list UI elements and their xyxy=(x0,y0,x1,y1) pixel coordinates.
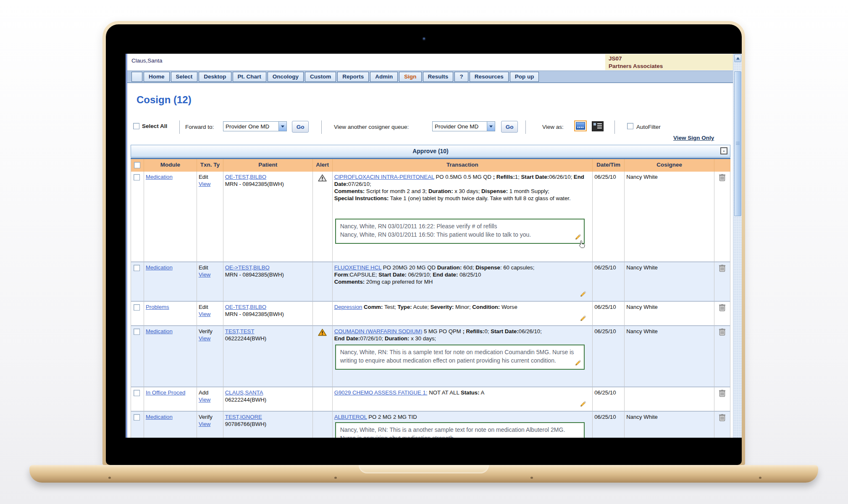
delete-trash-icon[interactable] xyxy=(719,304,725,311)
row-checkbox[interactable] xyxy=(134,414,140,420)
transaction-link[interactable]: ALBUTEROL xyxy=(334,414,367,420)
txn-view-link[interactable]: View xyxy=(199,396,210,403)
table-body: MedicationEditViewOE-TEST,BILBOMRN - 089… xyxy=(131,172,730,438)
transaction-field-label: Start Date: xyxy=(521,174,549,180)
transaction-field-label: End date: xyxy=(433,272,458,278)
module-link[interactable]: In Office Proced xyxy=(146,389,185,396)
view-sign-only-link[interactable]: View Sign Only xyxy=(673,135,714,141)
transaction-link[interactable]: Depression xyxy=(334,304,362,310)
autofilter-checkbox[interactable] xyxy=(627,123,633,129)
patient-link[interactable]: OE-TEST,BILBO xyxy=(225,174,266,180)
tab-pt-chart[interactable]: Pt. Chart xyxy=(233,72,266,82)
delete-cell[interactable] xyxy=(714,302,730,325)
patient-link[interactable]: TEST,IGNORE xyxy=(225,414,262,420)
tab-home[interactable]: Home xyxy=(144,72,170,82)
patient-link[interactable]: TEST,TEST xyxy=(225,328,255,334)
txn-view-link[interactable]: View xyxy=(199,335,210,342)
transaction-link[interactable]: CIPROFLOXACIN INTRA-PERITONEAL xyxy=(334,174,434,180)
tab-reports[interactable]: Reports xyxy=(337,72,369,82)
chevron-down-icon[interactable] xyxy=(278,122,286,131)
row-checkbox[interactable] xyxy=(134,329,140,335)
txn-view-link[interactable]: View xyxy=(199,420,210,428)
delete-trash-icon[interactable] xyxy=(719,389,725,397)
delete-cell[interactable] xyxy=(714,262,730,301)
transaction-link[interactable]: FLUOXETINE HCL xyxy=(334,264,381,271)
alert-cell xyxy=(313,326,333,386)
module-link[interactable]: Medication xyxy=(146,264,173,271)
transaction-text: Acute; xyxy=(412,304,431,310)
transaction-text: 06/29/10; xyxy=(407,272,433,278)
txn-view-link[interactable]: View xyxy=(199,311,210,318)
queue-go-button[interactable]: Go xyxy=(501,121,518,133)
tab-admin[interactable]: Admin xyxy=(370,72,398,82)
forward-go-button[interactable]: Go xyxy=(292,121,309,133)
txn-view-link[interactable]: View xyxy=(199,271,210,278)
module-link[interactable]: Medication xyxy=(146,328,173,334)
hand-cursor xyxy=(579,240,585,251)
patient-link[interactable]: CLAUS,SANTA xyxy=(225,389,263,396)
row-checkbox[interactable] xyxy=(134,265,140,271)
detail-view-icon[interactable] xyxy=(592,121,604,131)
row-checkbox[interactable] xyxy=(134,304,140,311)
transaction-cell: CIPROFLOXACIN INTRA-PERITONEAL PO 0.5MG … xyxy=(333,172,593,261)
vertical-scrollbar[interactable] xyxy=(733,54,742,438)
patient-link[interactable]: OE->TEST,BILBO xyxy=(225,264,270,271)
patient-link[interactable]: OE-TEST,BILBO xyxy=(225,304,266,310)
queue-select[interactable]: Provider One MD xyxy=(432,121,495,131)
transaction-link[interactable]: COUMADIN (WARFARIN SODIUM) xyxy=(334,328,423,334)
transaction-link[interactable]: G9029 CHEMO ASSESS FATIGUE 1: xyxy=(334,389,428,396)
transaction-cell: COUMADIN (WARFARIN SODIUM) 5 MG PO QPM ;… xyxy=(333,326,593,386)
tab-pop-up[interactable]: Pop up xyxy=(510,72,539,82)
row-checkbox[interactable] xyxy=(134,390,140,396)
module-link[interactable]: Problems xyxy=(146,304,169,310)
edit-note-pencil-icon[interactable] xyxy=(575,437,581,438)
tab-sign[interactable]: Sign xyxy=(399,72,421,82)
cosignee-cell: Nancy White xyxy=(625,326,714,386)
summary-view-icon[interactable] xyxy=(574,120,587,131)
delete-cell[interactable] xyxy=(714,326,730,386)
tab-resources[interactable]: Resources xyxy=(470,72,509,82)
scrollbar-thumb[interactable] xyxy=(734,71,741,216)
edit-note-pencil[interactable] xyxy=(575,437,581,438)
delete-cell[interactable] xyxy=(714,172,730,261)
tab-oncology[interactable]: Oncology xyxy=(268,72,304,82)
delete-cell[interactable] xyxy=(714,412,730,438)
module-cell: Problems xyxy=(144,302,197,325)
tab-custom[interactable]: Custom xyxy=(305,72,336,82)
module-link[interactable]: Medication xyxy=(146,414,173,420)
chevron-down-icon[interactable] xyxy=(487,122,495,131)
txn-view-link[interactable]: View xyxy=(199,180,210,188)
tab-results[interactable]: Results xyxy=(423,72,454,82)
tab-desktop[interactable]: Desktop xyxy=(199,72,231,82)
transaction-text: 20mg cap preferred for MH xyxy=(365,279,433,285)
delete-trash-icon[interactable] xyxy=(719,414,725,421)
forward-to-select[interactable]: Provider One MD xyxy=(223,121,287,131)
tab-select[interactable]: Select xyxy=(171,72,198,82)
delete-trash-icon[interactable] xyxy=(719,264,725,272)
delete-trash-icon[interactable] xyxy=(719,328,725,336)
edit-note-pencil[interactable] xyxy=(580,315,586,323)
edit-note-pencil-icon[interactable] xyxy=(580,315,586,321)
tab-[interactable]: ? xyxy=(454,72,468,82)
patient-mrn: 06222244(BWH) xyxy=(225,335,311,342)
row-checkbox-cell xyxy=(131,387,144,411)
edit-note-pencil-icon[interactable] xyxy=(580,401,586,407)
module-link[interactable]: Medication xyxy=(146,174,173,180)
edit-note-pencil[interactable] xyxy=(575,360,581,368)
txn-action-label: Edit xyxy=(199,173,221,180)
header-select-checkbox[interactable] xyxy=(134,162,140,168)
scroll-up-arrow-icon[interactable] xyxy=(734,55,741,62)
collapse-section-button[interactable]: - xyxy=(720,147,727,154)
site-banner: JS07 Partners Associates xyxy=(605,54,733,70)
edit-note-pencil[interactable] xyxy=(580,401,586,409)
select-all-checkbox[interactable] xyxy=(133,123,139,129)
edit-note-pencil-icon[interactable] xyxy=(575,234,581,240)
edit-note-pencil-icon[interactable] xyxy=(580,291,586,297)
app-top-bar: Claus,Santa JS07 Partners Associates xyxy=(127,54,742,71)
edit-note-pencil[interactable] xyxy=(580,291,586,299)
delete-cell[interactable] xyxy=(714,387,730,411)
edit-note-pencil-icon[interactable] xyxy=(575,360,581,366)
row-checkbox[interactable] xyxy=(134,174,140,180)
delete-trash-icon[interactable] xyxy=(719,174,725,181)
divider xyxy=(525,120,526,134)
